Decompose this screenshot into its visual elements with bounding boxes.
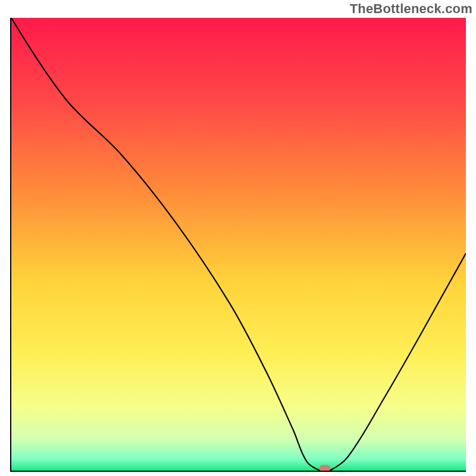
optimal-point-marker [320, 465, 331, 472]
watermark-text: TheBottleneck.com [350, 1, 472, 17]
plot-area [10, 18, 466, 472]
chart-container: TheBottleneck.com [0, 0, 476, 476]
bottleneck-curve [11, 18, 466, 471]
